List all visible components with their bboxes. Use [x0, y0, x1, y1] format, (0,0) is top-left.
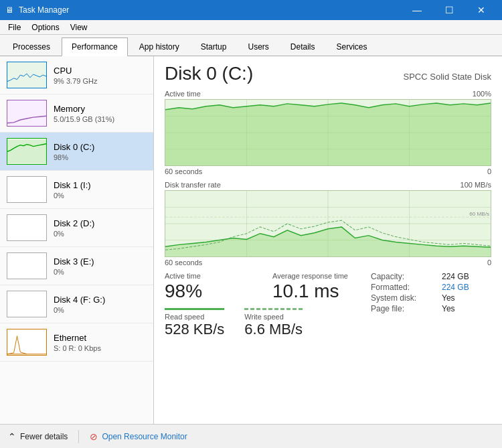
disk0-thumbnail	[7, 138, 47, 165]
formatted-val: 224 GB	[442, 283, 469, 292]
capacity-row: Capacity: 224 GB	[371, 272, 491, 281]
avg-response-label: Average response time	[272, 272, 360, 280]
disk4-value: 0%	[54, 306, 147, 314]
app-icon: 🖥	[5, 5, 13, 15]
sidebar-item-disk1[interactable]: Disk 1 (I:) 0%	[0, 171, 153, 209]
disk1-thumbnail	[7, 176, 47, 203]
ethernet-thumbnail	[7, 329, 47, 356]
disk4-label: Disk 4 (F: G:)	[54, 295, 147, 305]
active-time-chart-section: Active time 100%	[165, 90, 491, 175]
tab-users[interactable]: Users	[238, 37, 278, 56]
stats-bottom-row: Active time 98% Average response time 10…	[165, 272, 491, 338]
system-disk-row: System disk: Yes	[371, 293, 491, 303]
svg-marker-16	[165, 103, 491, 165]
active-time-label: Active time	[165, 90, 201, 98]
tab-processes[interactable]: Processes	[3, 37, 60, 56]
active-time-bottom-left: 60 seconds	[165, 167, 202, 175]
svg-rect-6	[7, 253, 46, 279]
read-speed-label: Read speed	[165, 313, 224, 321]
title-bar: 🖥 Task Manager — ☐ ✕	[0, 0, 502, 20]
active-time-stat-value: 98%	[165, 280, 252, 303]
right-panel: Disk 0 (C:) SPCC Solid State Disk Active…	[154, 56, 502, 424]
ethernet-value: S: 0 R: 0 Kbps	[54, 344, 147, 352]
memory-label: Memory	[54, 104, 147, 114]
tab-performance[interactable]: Performance	[62, 38, 128, 56]
disk2-thumbnail	[7, 214, 47, 241]
resource-monitor-icon: ⊘	[90, 431, 98, 442]
disk-header: Disk 0 (C:) SPCC Solid State Disk	[165, 63, 491, 84]
memory-thumbnail	[7, 100, 47, 127]
stats-side: Capacity: 224 GB Formatted: 224 GB Syste…	[371, 272, 491, 315]
write-speed-label: Write speed	[244, 313, 303, 321]
formatted-row: Formatted: 224 GB	[371, 283, 491, 292]
active-time-bottom-right: 0	[487, 167, 491, 175]
menu-bar: File Options View	[0, 20, 502, 35]
svg-text:60 MB/s: 60 MB/s	[469, 211, 489, 217]
cpu-thumbnail	[7, 62, 47, 88]
tab-bar: Processes Performance App history Startu…	[0, 35, 502, 56]
svg-rect-4	[7, 177, 46, 203]
transfer-rate-chart: 60 MB/s	[165, 190, 491, 257]
tab-details[interactable]: Details	[280, 37, 325, 56]
capacity-val: 224 GB	[442, 272, 469, 281]
fewer-details-label: Fewer details	[20, 432, 68, 441]
fewer-details-button[interactable]: ⌃ Fewer details	[8, 431, 68, 442]
disk-model: SPCC Solid State Disk	[404, 72, 492, 82]
transfer-rate-label: Disk transfer rate	[165, 181, 221, 189]
close-button[interactable]: ✕	[466, 0, 497, 20]
disk0-info: Disk 0 (C:) 98%	[54, 142, 147, 161]
sidebar-item-memory[interactable]: Memory 5.0/15.9 GB (31%)	[0, 94, 153, 133]
disk0-label: Disk 0 (C:)	[54, 142, 147, 152]
disk1-value: 0%	[54, 192, 147, 200]
transfer-rate-chart-section: Disk transfer rate 100 MB/s 60 MB/s	[165, 181, 491, 267]
sidebar-item-disk4[interactable]: Disk 4 (F: G:) 0%	[0, 285, 153, 323]
system-disk-val: Yes	[442, 293, 455, 303]
page-file-row: Page file: Yes	[371, 304, 491, 313]
ethernet-info: Ethernet S: 0 R: 0 Kbps	[54, 333, 147, 352]
maximize-button[interactable]: ☐	[434, 0, 465, 20]
stats-main: Active time 98% Average response time 10…	[165, 272, 360, 338]
capacity-key: Capacity:	[371, 272, 438, 281]
menu-file[interactable]: File	[3, 21, 26, 33]
avg-response-stat: Average response time 10.1 ms	[272, 272, 360, 303]
menu-view[interactable]: View	[65, 21, 93, 33]
disk3-label: Disk 3 (E:)	[54, 256, 147, 267]
sidebar-item-cpu[interactable]: CPU 9% 3.79 GHz	[0, 56, 153, 94]
app-title: Task Manager	[19, 5, 69, 15]
open-resource-monitor-button[interactable]: ⊘ Open Resource Monitor	[90, 431, 187, 442]
disk2-info: Disk 2 (D:) 0%	[54, 218, 147, 238]
sidebar-item-ethernet[interactable]: Ethernet S: 0 R: 0 Kbps	[0, 323, 153, 362]
svg-rect-8	[7, 329, 46, 356]
disk3-value: 0%	[54, 268, 147, 276]
svg-rect-0	[7, 62, 46, 88]
sidebar-item-disk3[interactable]: Disk 3 (E:) 0%	[0, 247, 153, 285]
active-time-max: 100%	[473, 90, 491, 98]
tab-startup[interactable]: Startup	[191, 37, 237, 56]
tab-services[interactable]: Services	[327, 37, 378, 56]
disk2-label: Disk 2 (D:)	[54, 218, 147, 228]
cpu-info: CPU 9% 3.79 GHz	[54, 66, 147, 85]
disk4-thumbnail	[7, 291, 47, 317]
memory-value: 5.0/15.9 GB (31%)	[54, 115, 147, 123]
disk1-label: Disk 1 (I:)	[54, 180, 147, 190]
sidebar: CPU 9% 3.79 GHz Memory 5.0/15.9 GB (31%)	[0, 56, 154, 424]
disk-title: Disk 0 (C:)	[165, 63, 253, 84]
transfer-rate-bottom-right: 0	[487, 258, 491, 267]
tab-app-history[interactable]: App history	[129, 37, 189, 56]
minimize-button[interactable]: —	[402, 0, 432, 20]
read-speed-stat: Read speed 528 KB/s	[165, 308, 224, 338]
transfer-rate-max: 100 MB/s	[461, 181, 491, 189]
main-content: CPU 9% 3.79 GHz Memory 5.0/15.9 GB (31%)	[0, 56, 502, 424]
ethernet-label: Ethernet	[54, 333, 147, 343]
menu-options[interactable]: Options	[26, 21, 64, 33]
bottom-bar: ⌃ Fewer details ⊘ Open Resource Monitor	[0, 424, 502, 448]
chevron-up-icon: ⌃	[8, 431, 16, 442]
svg-rect-7	[7, 291, 46, 317]
avg-response-value: 10.1 ms	[272, 280, 360, 303]
disk2-value: 0%	[54, 230, 147, 238]
active-time-chart	[165, 99, 491, 166]
disk1-info: Disk 1 (I:) 0%	[54, 180, 147, 200]
write-speed-stat: Write speed 6.6 MB/s	[244, 308, 303, 338]
sidebar-item-disk0[interactable]: Disk 0 (C:) 98%	[0, 133, 153, 171]
sidebar-item-disk2[interactable]: Disk 2 (D:) 0%	[0, 209, 153, 247]
